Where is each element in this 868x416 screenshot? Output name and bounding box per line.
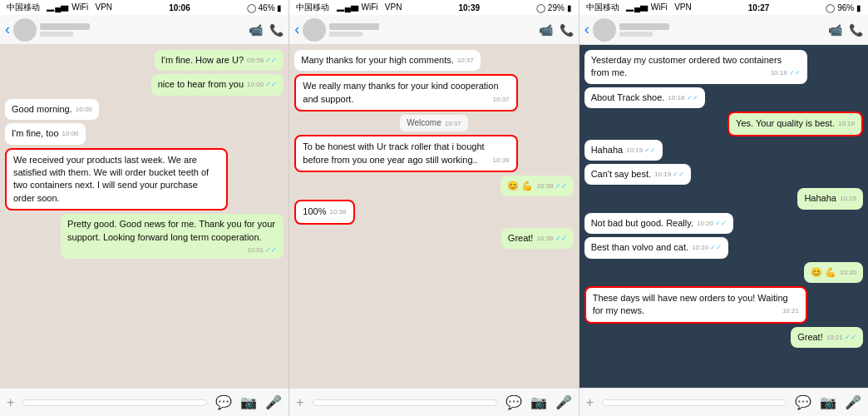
contact-name [329, 23, 379, 30]
message-bubble: 😊 💪 10:38 ✓✓ [501, 176, 573, 196]
message-time: 10:38 [329, 207, 346, 216]
message-row: Hahaha 10:19 ✓✓ [584, 140, 863, 161]
message-time: 10:18 ✓✓ [771, 68, 801, 77]
message-row: Can't say best. 10:19 ✓✓ [584, 164, 863, 185]
message-time: 10:00 [62, 129, 79, 138]
carrier-time: 中国移动 ▂▄▆ WiFi VPN [586, 2, 692, 13]
message-text: We received your products last week. We … [13, 155, 209, 203]
header-icons: 📹 📞 [539, 23, 574, 37]
message-row: Yesterday my customer ordered two contai… [584, 50, 863, 84]
status-time: 10:27 [748, 3, 770, 12]
message-text: I'm fine, too [12, 128, 59, 138]
contact-name [619, 23, 669, 30]
video-call-icon[interactable]: 📹 [828, 23, 842, 37]
message-time: 10:00 [76, 105, 92, 114]
message-time: 10:37 [445, 119, 461, 128]
message-text: Yesterday my customer ordered two contai… [591, 55, 782, 77]
status-time: 10:06 [169, 3, 190, 12]
double-tick-icon: ✓✓ [555, 235, 567, 242]
battery: ◯ 96% ▮ [826, 3, 861, 12]
message-text: To be honest with Ur track roller that i… [303, 141, 484, 164]
chat-area: Many thanks for your high comments. 10:3… [289, 45, 578, 388]
double-tick-icon: ✓✓ [644, 146, 656, 154]
message-row: These days will have new orders to you! … [584, 286, 863, 324]
voice-call-icon[interactable]: 📞 [849, 23, 863, 37]
message-row: Welcome 10:37 [294, 115, 573, 131]
message-bubble: 100% 10:38 [294, 200, 354, 224]
mic-icon[interactable]: 🎤 [845, 394, 861, 410]
message-bubble: Pretty good. Good news for me. Thank you… [61, 214, 284, 259]
message-row: Hahaha 10:19 [584, 188, 863, 209]
voice-call-icon[interactable]: 📞 [269, 23, 284, 37]
message-input[interactable] [22, 399, 207, 406]
double-tick-icon: ✓✓ [265, 246, 277, 254]
battery: ◯ 29% ▮ [536, 3, 572, 12]
double-tick-icon: ✓✓ [687, 94, 698, 102]
camera-icon[interactable]: 📷 [820, 394, 836, 410]
chat-area: I'm fine. How are U? 09:58 ✓✓nice to hea… [0, 45, 289, 388]
header-icons: 📹 📞 [828, 23, 863, 37]
message-time: 10:20 ✓✓ [692, 243, 722, 252]
plus-button[interactable]: + [7, 395, 14, 410]
mic-icon[interactable]: 🎤 [265, 394, 282, 410]
voice-call-icon[interactable]: 📞 [560, 23, 574, 37]
message-bubble: Great! 10:38 ✓✓ [501, 228, 574, 249]
chat-area: Yesterday my customer ordered two contai… [579, 45, 868, 388]
chat-header: ‹ 📹 📞 [289, 15, 578, 45]
message-text: Pretty good. Good news for me. Thank you… [67, 219, 275, 241]
mic-icon[interactable]: 🎤 [555, 394, 572, 410]
message-time: 10:19 ✓✓ [654, 170, 684, 179]
plus-button[interactable]: + [586, 395, 594, 410]
avatar [303, 18, 326, 42]
message-row: Good morning. 10:00 [5, 99, 284, 120]
message-text: Welcome [407, 118, 441, 127]
camera-icon[interactable]: 📷 [240, 394, 257, 410]
message-time: 10:18 ✓✓ [668, 93, 698, 102]
video-call-icon[interactable]: 📹 [539, 23, 553, 37]
message-time: 10:20 ✓✓ [697, 219, 727, 228]
message-input[interactable] [602, 399, 787, 406]
message-bubble: To be honest with Ur track roller that i… [294, 135, 517, 172]
message-time: 10:39 [493, 156, 510, 165]
plus-button[interactable]: + [296, 395, 303, 410]
carrier-time: 中国移动 ▂▄▆ WiFi VPN [296, 2, 402, 13]
message-text: About Track shoe. [591, 92, 665, 102]
message-row: I'm fine. How are U? 09:58 ✓✓ [5, 50, 284, 71]
sticker-icon[interactable]: 💬 [506, 394, 522, 410]
message-text: nice to hear from you [158, 79, 244, 89]
message-row: To be honest with Ur track roller that i… [294, 135, 573, 172]
bottom-bar: + 💬 📷 🎤 [289, 388, 578, 416]
status-bar: 中国移动 ▂▄▆ WiFi VPN 10:39 ◯ 29% ▮ [289, 0, 578, 15]
message-bubble: About Track shoe. 10:18 ✓✓ [584, 87, 705, 108]
status-bar: 中国移动 ▂▄▆ WiFi VPN 10:27 ◯ 96% ▮ [579, 0, 868, 15]
back-button[interactable]: ‹ [584, 21, 589, 38]
message-text: Not bad but good. Really. [591, 218, 693, 228]
double-tick-icon: ✓✓ [710, 244, 722, 251]
message-text: Hahaha [804, 193, 836, 203]
sticker-icon[interactable]: 💬 [795, 394, 811, 410]
message-row: 😊 💪 10:38 ✓✓ [294, 176, 573, 196]
message-text: We really many thanks for your kind coop… [303, 81, 498, 103]
bottom-bar: + 💬 📷 🎤 [579, 388, 868, 416]
back-button[interactable]: ‹ [294, 21, 299, 38]
message-text: Best than volvo and cat. [591, 242, 688, 252]
contact-status [40, 32, 73, 37]
sticker-icon[interactable]: 💬 [215, 394, 232, 410]
message-text: These days will have new orders to you! … [593, 293, 788, 315]
message-bubble: Many thanks for your high comments. 10:3… [294, 50, 480, 71]
status-time: 10:39 [458, 3, 480, 12]
back-button[interactable]: ‹ [5, 21, 10, 38]
message-time: 10:19 [838, 119, 855, 128]
message-text: 😊 💪 [507, 181, 533, 191]
battery: ◯ 46% ▮ [247, 3, 283, 12]
message-bubble: We really many thanks for your kind coop… [294, 74, 517, 111]
message-bubble: Hahaha 10:19 ✓✓ [584, 140, 663, 161]
header-icons: 📹 📞 [249, 23, 284, 37]
message-input[interactable] [313, 399, 497, 406]
double-tick-icon: ✓✓ [555, 182, 567, 190]
video-call-icon[interactable]: 📹 [249, 23, 263, 37]
message-bubble: Best than volvo and cat. 10:20 ✓✓ [584, 237, 729, 258]
double-tick-icon: ✓✓ [715, 220, 727, 227]
message-time: 10:00 ✓✓ [247, 80, 277, 89]
camera-icon[interactable]: 📷 [530, 394, 547, 410]
